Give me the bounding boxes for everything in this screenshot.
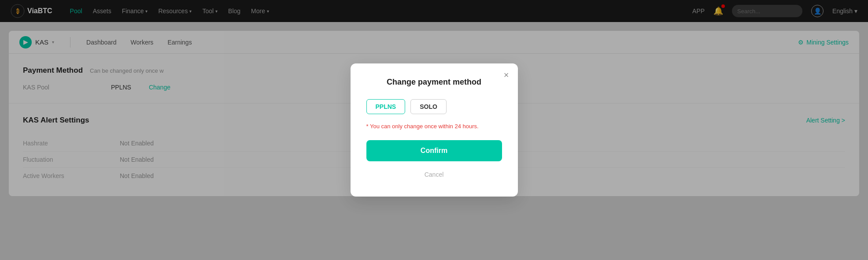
solo-option[interactable]: SOLO xyxy=(410,99,447,114)
change-payment-modal: × Change payment method PPLNS SOLO * You… xyxy=(351,63,518,197)
cancel-button[interactable]: Cancel xyxy=(366,167,502,182)
payment-options: PPLNS SOLO xyxy=(366,99,502,114)
modal-overlay[interactable]: × Change payment method PPLNS SOLO * You… xyxy=(0,0,868,260)
warning-text: * You can only change once within 24 hou… xyxy=(366,123,502,130)
modal-close-button[interactable]: × xyxy=(504,71,509,79)
confirm-button[interactable]: Confirm xyxy=(366,140,502,161)
pplns-option[interactable]: PPLNS xyxy=(366,99,406,114)
modal-title: Change payment method xyxy=(366,78,502,87)
